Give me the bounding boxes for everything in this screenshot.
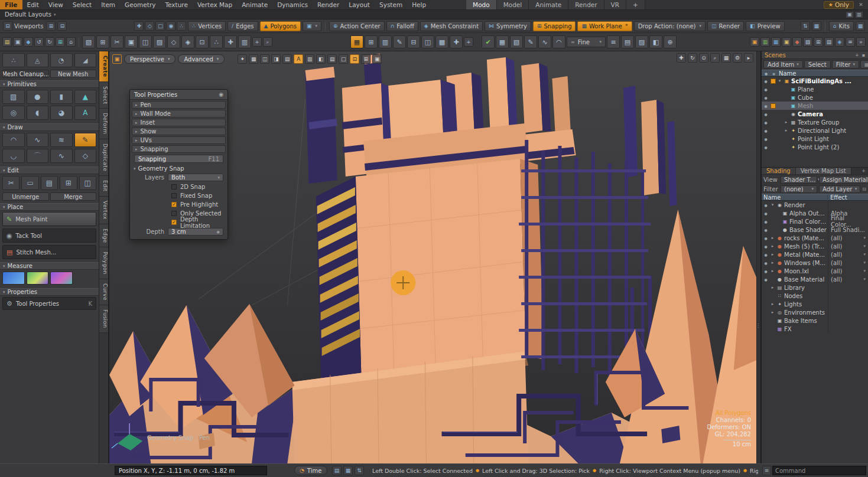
eye-icon[interactable]: ● bbox=[763, 96, 769, 100]
menu-item[interactable]: File bbox=[0, 0, 22, 9]
checkbox-row[interactable]: ✓ 2D Snap bbox=[130, 182, 227, 191]
viewport-nav-icon[interactable]: ⌕ bbox=[710, 53, 720, 63]
shader-layer-row[interactable]: ● ▦ FX bbox=[762, 325, 868, 333]
display-tool-icon[interactable]: ▨ bbox=[635, 35, 648, 48]
tool-properties-title[interactable]: Tool Properties ◉ bbox=[130, 90, 227, 100]
render-flag-icon[interactable] bbox=[770, 145, 776, 150]
eye-icon[interactable]: ● bbox=[763, 211, 769, 215]
section-primitives[interactable]: ▾ Primitives bbox=[0, 80, 99, 88]
edit-tool-icon[interactable]: ✂ bbox=[2, 176, 19, 190]
snap-tool-icon[interactable]: ▥ bbox=[379, 35, 392, 48]
status-icon[interactable]: ▤ bbox=[332, 466, 342, 475]
mesh-preset-icon[interactable]: ◢ bbox=[74, 53, 97, 67]
menu-item[interactable]: Item bbox=[96, 0, 120, 9]
viewport-nav-icon[interactable]: ⊙ bbox=[699, 53, 708, 63]
eye-icon[interactable]: ● bbox=[763, 87, 769, 92]
new-mesh-button[interactable]: New Mesh bbox=[50, 70, 97, 78]
name-column-header[interactable]: Name bbox=[763, 194, 825, 201]
snap-tool-icon[interactable]: ✚ bbox=[450, 35, 463, 48]
eye-icon[interactable]: ● bbox=[763, 228, 769, 232]
viewport-option-icon[interactable]: ◨ bbox=[271, 54, 281, 64]
shader-layer-row[interactable]: ● ▸ ● Mesh (5) (Tr... (all) ▾ bbox=[762, 242, 868, 250]
place-tool-row[interactable]: ◉ Tack Tool bbox=[2, 228, 96, 243]
render-flag-icon[interactable] bbox=[770, 95, 776, 100]
shader-layer-row[interactable]: ● ▸ ▤ Library bbox=[762, 283, 868, 292]
tool-property-section[interactable]: ▸ Show bbox=[132, 128, 226, 135]
app-icon[interactable]: ↻ bbox=[45, 37, 54, 47]
geometry-tool-icon[interactable]: ▨ bbox=[153, 35, 166, 48]
left-tab[interactable]: Edge bbox=[99, 224, 108, 248]
expand-arrow-icon[interactable]: ▸ bbox=[784, 128, 789, 133]
measure-tool-icon[interactable] bbox=[50, 272, 73, 285]
left-tab[interactable]: Duplicate bbox=[99, 139, 108, 176]
left-tab[interactable]: Deform bbox=[99, 109, 108, 139]
close-icon[interactable]: ✕ bbox=[856, 2, 866, 8]
primitive-tool-icon[interactable]: ◎ bbox=[2, 106, 25, 120]
expand-arrow-icon[interactable]: ▸ bbox=[770, 244, 775, 249]
panel-icon[interactable]: » bbox=[856, 37, 866, 47]
viewport-scrollbar[interactable]: ⋮ bbox=[756, 51, 760, 463]
render-flag-icon[interactable] bbox=[770, 79, 776, 84]
search-icon[interactable]: ⌕ bbox=[263, 37, 272, 47]
shader-layer-row[interactable]: ● ▣ Bake Items bbox=[762, 316, 868, 325]
panel-icon[interactable]: ◈ bbox=[835, 37, 844, 47]
layout-preset-dropdown[interactable]: Default Layouts bbox=[5, 11, 51, 18]
workplane-tool-icon[interactable]: ∿ bbox=[538, 35, 551, 48]
eye-icon[interactable]: ● bbox=[763, 253, 769, 257]
status-icon[interactable]: ⇅ bbox=[355, 466, 364, 475]
viewports-icon[interactable]: ⊟ bbox=[3, 21, 12, 31]
time-button[interactable]: ◔ Time bbox=[294, 466, 327, 475]
panel-options-icon[interactable]: ◉ bbox=[219, 92, 223, 97]
snap-tool-icon[interactable]: ✎ bbox=[393, 35, 406, 48]
selection-mode-icon[interactable]: ∴ bbox=[177, 21, 186, 31]
render-flag-icon[interactable] bbox=[770, 87, 776, 92]
eye-icon[interactable]: ● bbox=[763, 220, 769, 224]
workplane-tool-icon[interactable]: ◠ bbox=[552, 35, 565, 48]
panel-icon[interactable]: ▦ bbox=[771, 37, 781, 47]
shader-layer-row[interactable]: ● ▸ ● rocks (Mate... (all) ▾ bbox=[762, 234, 868, 242]
geometry-tool-icon[interactable]: ◫ bbox=[139, 35, 152, 48]
app-icon[interactable]: ⌂ bbox=[66, 37, 76, 47]
place-tool-row[interactable]: ✎ Mesh Paint bbox=[2, 212, 96, 226]
display-tool-icon[interactable]: ≡ bbox=[607, 35, 620, 48]
checkbox-row[interactable]: ✓ Fixed Snap bbox=[130, 191, 227, 200]
checkbox-row[interactable]: ✓ Pre Highlight bbox=[130, 200, 227, 209]
geometry-tool-icon[interactable]: ⊞ bbox=[96, 35, 109, 48]
draw-tool-icon[interactable]: ≋ bbox=[50, 133, 73, 147]
geometry-tool-icon[interactable]: ▥ bbox=[238, 35, 251, 48]
shader-layer-row[interactable]: ● ▸ ● Windows (M... (all) ▾ bbox=[762, 259, 868, 267]
geometry-tool-icon[interactable]: ◇ bbox=[167, 35, 180, 48]
panel-icon[interactable]: ▨ bbox=[803, 37, 812, 47]
snapping-button[interactable]: ⊞ Snapping bbox=[533, 21, 576, 31]
viewport-option-icon[interactable]: □ bbox=[339, 54, 348, 64]
display-tool-icon[interactable]: ◧ bbox=[649, 35, 662, 48]
left-tab[interactable]: Create bbox=[99, 51, 108, 82]
checkbox[interactable]: ✓ bbox=[171, 211, 177, 216]
scene-item-row[interactable]: ● ▾ ▣ SciFiBuildingAs ... bbox=[762, 77, 868, 85]
panel-icon[interactable]: ▤ bbox=[824, 37, 834, 47]
display-tool-icon[interactable]: ⊕ bbox=[664, 35, 677, 48]
snap-tool-icon[interactable]: ▩ bbox=[435, 35, 448, 48]
primitive-tool-icon[interactable]: ◖ bbox=[27, 106, 49, 120]
section-edit[interactable]: ▾ Edit bbox=[0, 166, 99, 174]
menu-item[interactable]: Vertex Map bbox=[193, 0, 237, 9]
shader-layer-row[interactable]: ● ▸ ● Moon.lxl (all) ▾ bbox=[762, 267, 868, 275]
viewport-option-icon[interactable]: ▥ bbox=[305, 54, 314, 64]
app-icon[interactable]: ↺ bbox=[34, 37, 44, 47]
selection-mode-icon[interactable]: ✚ bbox=[134, 21, 144, 31]
shader-layer-row[interactable]: ● ● Base Shader Full Shadi... bbox=[762, 226, 868, 234]
snap-tool-icon[interactable]: ⊞ bbox=[365, 35, 378, 48]
kits-button[interactable]: ⌂ Kits bbox=[829, 21, 854, 31]
viewport-option-icon[interactable]: ▤ bbox=[282, 54, 292, 64]
display-tool-icon[interactable]: ▤ bbox=[621, 35, 634, 48]
tab-vertex-map-list[interactable]: Vertex Map List bbox=[796, 168, 851, 174]
geometry-tool-icon[interactable]: ⊡ bbox=[196, 35, 209, 48]
mesh-preset-icon[interactable]: ∴ bbox=[2, 53, 25, 67]
geometry-tool-icon[interactable]: ✂ bbox=[110, 35, 123, 48]
viewport-nav-icon[interactable]: ✚ bbox=[677, 53, 686, 63]
add-layer-dropdown[interactable]: Add Layer ▾ bbox=[819, 185, 860, 193]
section-place[interactable]: ▾ Place bbox=[0, 203, 99, 211]
add-snap-icon[interactable]: + bbox=[464, 37, 473, 47]
split-vertical-icon[interactable]: ⊟ bbox=[57, 21, 67, 31]
shader-layer-row[interactable]: ● ∷ Nodes bbox=[762, 292, 868, 300]
